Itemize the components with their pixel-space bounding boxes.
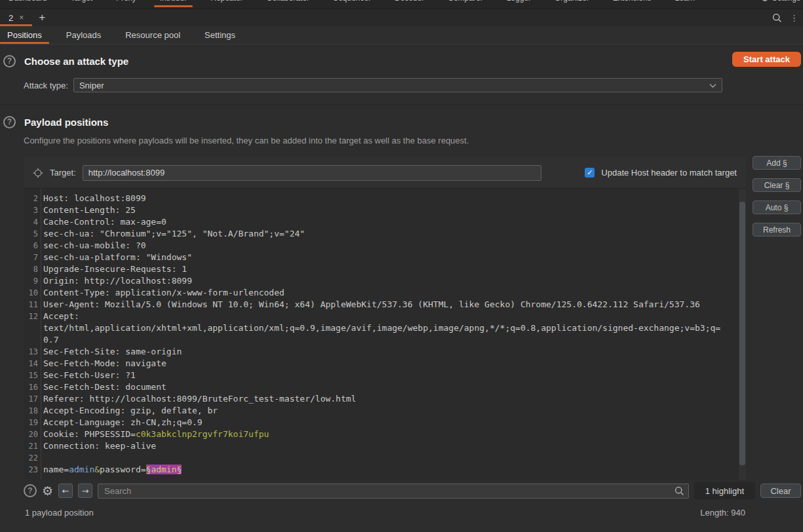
next-match-button[interactable]: → — [78, 484, 92, 498]
line-content: sec-ch-ua-platform: "Windows" — [38, 252, 192, 263]
line-content: Content-Type: application/x-www-form-url… — [38, 287, 284, 299]
request-line[interactable]: 9Origin: http://localhost:8099 — [24, 275, 746, 287]
request-line[interactable]: 18Accept-Encoding: gzip, deflate, br — [24, 405, 746, 417]
line-number: 21 — [24, 440, 38, 452]
line-content: Upgrade-Insecure-Requests: 1 — [38, 263, 187, 275]
tab-label: 2 — [9, 13, 13, 23]
line-content: sec-ch-ua-mobile: ?0 — [38, 240, 146, 252]
request-line[interactable]: 0.7 — [24, 334, 746, 346]
request-line[interactable]: 7sec-ch-ua-platform: "Windows" — [24, 252, 746, 263]
add-tab-button[interactable]: + — [32, 9, 52, 26]
menu-item-repeater[interactable]: Repeater — [208, 0, 245, 8]
position-marker-buttons: Add §Clear §Auto §Refresh — [753, 156, 801, 237]
menu-item-comparer[interactable]: Comparer — [446, 0, 484, 8]
request-line[interactable]: 19Accept-Language: zh-CN,zh;q=0.9 — [24, 417, 746, 428]
request-line[interactable]: 4Cache-Control: max-age=0 — [24, 216, 746, 228]
clear-section-button[interactable]: Clear § — [753, 178, 801, 192]
request-line[interactable]: 8Upgrade-Insecure-Requests: 1 — [24, 263, 746, 275]
request-line[interactable]: 5sec-ch-ua: "Chromium";v="125", "Not.A/B… — [24, 228, 746, 240]
request-line[interactable]: 10Content-Type: application/x-www-form-u… — [24, 287, 746, 299]
request-line[interactable]: 12Accept: — [24, 311, 746, 322]
request-line[interactable]: 17Referer: http://localhost:8099/BruteFo… — [24, 393, 746, 405]
clear-highlights-button[interactable]: Clear — [760, 484, 801, 498]
request-editor[interactable]: 2Host: localhost:80993Content-Length: 25… — [24, 189, 746, 480]
attack-type-header: ? Choose an attack type — [0, 54, 803, 67]
line-content: sec-ch-ua: "Chromium";v="125", "Not.A/Br… — [38, 228, 305, 240]
line-content: 0.7 — [38, 334, 58, 346]
menu-item-settings[interactable]: ⚙Settings — [761, 0, 800, 3]
menu-item-intruder[interactable]: Intruder — [158, 0, 189, 8]
menu-item-proxy[interactable]: Proxy — [114, 0, 138, 8]
request-line[interactable]: 14Sec-Fetch-Mode: navigate — [24, 358, 746, 370]
update-host-header-checkbox[interactable]: ✓ — [585, 168, 595, 178]
menu-item-extensions[interactable]: Extensions — [611, 0, 654, 8]
add-section-button[interactable]: Add § — [753, 156, 801, 170]
search-icon[interactable] — [772, 13, 782, 23]
request-line[interactable]: 21Connection: keep-alive — [24, 440, 746, 452]
attack-type-label: Attack type: — [24, 81, 68, 90]
menu-item-sequencer[interactable]: Sequencer — [331, 0, 373, 8]
line-content: Origin: http://localhost:8099 — [38, 275, 192, 287]
line-number: 23 — [24, 464, 38, 476]
target-input[interactable] — [83, 165, 541, 181]
status-row: 1 payload position Length: 940 — [0, 508, 803, 518]
attack-tab-2[interactable]: 2 × — [0, 9, 32, 26]
request-line[interactable]: 11User-Agent: Mozilla/5.0 (Windows NT 10… — [24, 299, 746, 311]
start-attack-button[interactable]: Start attack — [732, 52, 801, 67]
menu-item-organizer[interactable]: Organizer — [553, 0, 591, 8]
update-host-header-label: Update Host header to match target — [601, 168, 737, 178]
help-icon[interactable]: ? — [24, 484, 37, 497]
menu-item-learn[interactable]: Learn — [673, 0, 697, 8]
line-content: Sec-Fetch-Dest: document — [38, 381, 166, 393]
request-line[interactable]: 2Host: localhost:8099 — [24, 193, 746, 204]
request-line[interactable]: 13Sec-Fetch-Site: same-origin — [24, 346, 746, 358]
request-line[interactable]: 3Content-Length: 25 — [24, 204, 746, 216]
request-line[interactable]: 22 — [24, 452, 746, 464]
menu-item-logger[interactable]: Logger — [505, 0, 533, 8]
search-input[interactable] — [98, 484, 689, 499]
highlight-count: 1 highlight — [694, 482, 755, 499]
line-number: 18 — [24, 405, 38, 417]
request-line[interactable]: 23name=admin&password=§admin§ — [24, 464, 746, 476]
line-content: Accept-Encoding: gzip, deflate, br — [38, 405, 218, 417]
chevron-down-icon — [709, 83, 716, 88]
auto-section-button[interactable]: Auto § — [753, 200, 801, 214]
subtab-resource-pool[interactable]: Resource pool — [123, 26, 182, 44]
line-content: Host: localhost:8099 — [38, 193, 146, 204]
editor-search-toolbar: ? ⚙ ← → 1 highlight Clear — [24, 482, 801, 499]
menu-item-target[interactable]: Target — [69, 0, 94, 8]
request-length: Length: 940 — [700, 508, 745, 518]
gear-icon[interactable]: ⚙ — [42, 484, 53, 498]
subtab-settings[interactable]: Settings — [203, 26, 237, 44]
menu-item-decoder[interactable]: Decoder — [393, 0, 426, 8]
editor-scrollbar-thumb[interactable] — [739, 202, 745, 465]
gear-icon: ⚙ — [761, 0, 769, 3]
request-line[interactable]: 6sec-ch-ua-mobile: ?0 — [24, 240, 746, 252]
editor-scrollbar[interactable] — [739, 189, 746, 480]
menu-item-dashboard[interactable]: Dashboard — [7, 0, 49, 8]
line-content: Sec-Fetch-Site: same-origin — [38, 346, 182, 358]
close-icon[interactable]: × — [19, 14, 24, 22]
positions-panel: Target: ✓ Update Host header to match ta… — [24, 157, 746, 480]
subtab-payloads[interactable]: Payloads — [64, 26, 103, 44]
request-line[interactable]: 15Sec-Fetch-User: ?1 — [24, 370, 746, 381]
line-number: 3 — [24, 204, 38, 216]
line-number: 2 — [24, 193, 38, 204]
subtab-positions[interactable]: Positions — [5, 26, 44, 44]
line-number: 9 — [24, 275, 38, 287]
help-icon[interactable]: ? — [3, 55, 16, 67]
previous-match-button[interactable]: ← — [58, 484, 73, 498]
request-line[interactable]: text/html,application/xhtml+xml,applicat… — [24, 322, 746, 334]
line-number: 6 — [24, 240, 38, 252]
attack-type-select[interactable]: Sniper — [73, 78, 722, 92]
more-options-icon[interactable]: ⋮ — [790, 13, 798, 23]
refresh-button[interactable]: Refresh — [753, 223, 801, 237]
line-number: 7 — [24, 252, 38, 263]
request-line[interactable]: 16Sec-Fetch-Dest: document — [24, 381, 746, 393]
menu-item-collaborator[interactable]: Collaborator — [265, 0, 311, 8]
line-content: Cookie: PHPSESSID=c0k3abkclnp2rgvfr7koi7… — [38, 428, 269, 440]
search-icon[interactable] — [675, 486, 684, 496]
help-icon[interactable]: ? — [3, 116, 16, 128]
target-row: Target: ✓ Update Host header to match ta… — [24, 157, 746, 189]
request-line[interactable]: 20Cookie: PHPSESSID=c0k3abkclnp2rgvfr7ko… — [24, 428, 746, 440]
